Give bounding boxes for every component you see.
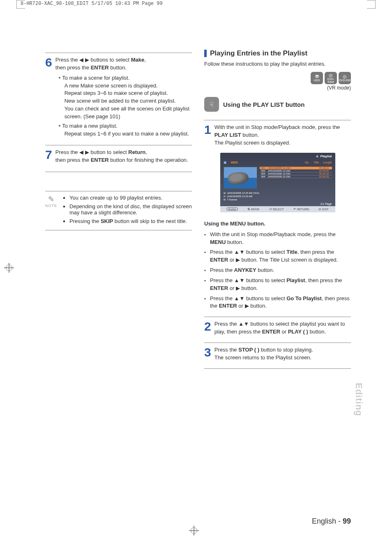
playlist-screen: ◆ Playlist ▣HDD No. Title Length 001JAN/… (220, 153, 335, 212)
mode-label: (VR mode) (204, 85, 351, 91)
table-row: 002JAN/19/2005 12:15A00:40:55 (260, 170, 332, 172)
hdd-icon: ⛃HDD (311, 72, 323, 84)
step-1: 1 With the unit in Stop mode/Playback mo… (204, 124, 351, 147)
playlist-table: 001JAN/15/2005 12:15A00:18:21 002JAN/19/… (260, 167, 332, 189)
step-2: 2 Press the ▲▼ buttons to select the pla… (204, 320, 351, 336)
note-label: NOTE (45, 204, 57, 208)
step-number: 2 (204, 320, 211, 333)
step-number: 3 (204, 346, 211, 359)
step-number: 1 (204, 124, 211, 136)
table-row: 004JAN/25/2005 12:15A00:50:15 (260, 175, 332, 178)
section-subtitle: Follow these instructions to play the pl… (204, 61, 351, 67)
crop-header: 8-HR720-XAC_98-108_EDIT 5/17/05 10:43 PM… (21, 1, 163, 7)
registration-mark (189, 526, 199, 536)
note-block: ✎ NOTE You can create up to 99 playlist … (45, 195, 192, 227)
step-3: 3 Press the STOP ( ) button to stop play… (204, 346, 351, 362)
step-6: 6 Press the ◀ ▶ buttons to select Make, … (45, 56, 192, 138)
left-column: 6 Press the ◀ ▶ buttons to select Make, … (45, 49, 192, 513)
crop-mark (16, 0, 25, 9)
menu-section-title: Using the MENU button. (204, 221, 351, 227)
side-tab: Editing (353, 383, 364, 416)
section-title: Playing Entries in the Playlist (210, 49, 307, 57)
dvd-ram-icon: ◎DVD-RAM (325, 72, 337, 84)
playlist-thumbnail (224, 167, 257, 189)
right-column: Playing Entries in the Playlist Follow t… (204, 49, 351, 513)
table-row: 001JAN/15/2005 12:15A00:18:21 (260, 167, 332, 170)
menu-steps-list: With the unit in Stop mode/Playback mode… (204, 231, 351, 310)
table-row: 003JAN/22/2005 12:15A00:20:10 (260, 172, 332, 175)
playlist-footer: Anykey ⇅ MOVE ⏎ SELECT ↶ RETURN ⊖ EXIT (220, 206, 335, 212)
registration-mark (4, 263, 14, 273)
section-bar-icon (204, 50, 207, 57)
crop-mark (367, 0, 376, 9)
page-content: 6 Press the ◀ ▶ buttons to select Make, … (45, 49, 351, 513)
media-icons: ⛃HDD ◎DVD-RAM ◎DVD-RW (204, 72, 351, 84)
dvd-rw-icon: ◎DVD-RW (339, 72, 351, 84)
hand-press-icon: ☟ (204, 97, 219, 112)
pencil-icon: ✎ (45, 195, 57, 204)
step-number: 7 (45, 149, 52, 161)
sub-section-title: Using the PLAY LIST button (223, 101, 304, 108)
note-list: You can create up to 99 playlist entries… (62, 195, 192, 227)
step-number: 6 (45, 56, 52, 69)
page-footer: English - 99 (312, 517, 351, 526)
step-7: 7 Press the ◀ ▶ button to select Return,… (45, 149, 192, 164)
